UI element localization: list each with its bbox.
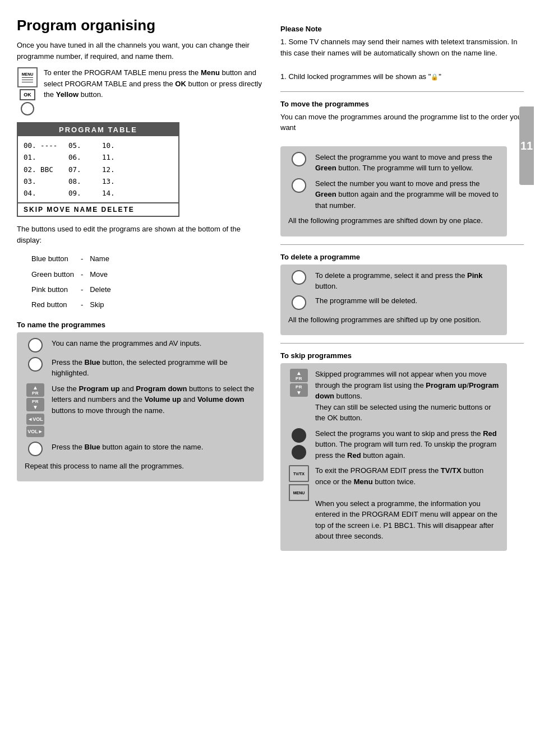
name-step3: Use the Program up and Program down butt…	[52, 383, 256, 416]
skip-section: ▲ PR PR ▼ Skipped programmes will not ap…	[280, 363, 507, 551]
name-section-title: To name the programmes	[17, 321, 264, 329]
pink-button-action: Delete	[86, 282, 114, 297]
vol-left-icon: ◄VOL	[26, 414, 44, 425]
pr-up-icon: ▲ PR	[26, 383, 44, 397]
divider1	[280, 91, 524, 92]
buttons-intro: The buttons used to edit the programs ar…	[17, 224, 264, 245]
page-tab: 11	[519, 106, 534, 185]
page-title: Program organising	[17, 17, 264, 34]
pr-up-skip-icon: ▲ PR	[290, 369, 308, 382]
please-note-2: 1. Child locked programmes will be shown…	[280, 71, 524, 82]
list-item: Red button - Skip	[28, 297, 114, 312]
red-button-action: Skip	[86, 297, 114, 312]
circle-icon-name2	[28, 357, 43, 372]
list-item: Green button - Move	[28, 267, 114, 282]
please-note-title: Please Note	[280, 25, 524, 33]
filled-circle-skip1	[292, 428, 306, 443]
circle-icon-name1	[28, 338, 43, 353]
pr-down-skip-icon: PR ▼	[290, 383, 308, 397]
circle-icon-move1	[292, 152, 306, 166]
list-item: Pink button - Delete	[28, 282, 114, 297]
enter-table-text: To enter the PROGRAM TABLE menu press th…	[44, 67, 264, 100]
skip-section-title: To skip programmes	[280, 351, 524, 360]
intro-text: Once you have tuned in all the channels …	[17, 40, 264, 62]
delete-section: To delete a programme, select it and pre…	[280, 265, 507, 336]
circle-icon-delete1	[292, 270, 306, 285]
green-button-label: Green button	[28, 267, 77, 282]
button-list: Blue button - Name Green button - Move P…	[28, 251, 264, 313]
divider2	[280, 244, 524, 245]
program-table-header: PROGRAM TABLE	[18, 123, 178, 136]
blue-button-label: Blue button	[28, 251, 77, 266]
list-item: Blue button - Name	[28, 251, 114, 266]
move-step1: Select the programme you want to move an…	[315, 152, 499, 174]
menu-icon: MENU	[17, 67, 38, 87]
tvtx-icon: TV/TX	[289, 465, 309, 482]
pr-down-icon: PR ▼	[26, 398, 44, 411]
move-section: Select the programme you want to move an…	[280, 146, 507, 236]
menu-icon-skip: MENU	[289, 484, 309, 501]
name-section: You can name the programmes and AV input…	[17, 332, 264, 482]
name-step1: You can name the programmes and AV input…	[52, 338, 256, 349]
circle-icon-name3	[28, 442, 43, 456]
circle-button-icon	[21, 102, 34, 115]
program-table: PROGRAM TABLE 00. ----05.10. 01.06.11. 0…	[17, 122, 179, 217]
circle-icon-move2	[292, 178, 306, 193]
skip-step1: Skipped programmes will not appear when …	[315, 369, 499, 424]
name-step5: Repeat this process to name all the prog…	[25, 461, 256, 472]
delete-section-title: To delete a programme	[280, 253, 524, 261]
skip-step3: Select the programs you want to skip and…	[315, 428, 499, 461]
program-table-body: 00. ----05.10. 01.06.11. 02. BBC07.12. 0…	[18, 136, 178, 202]
blue-button-action: Name	[86, 251, 114, 266]
move-section-title: To move the programmes	[280, 100, 524, 108]
move-step2: Select the number you want to move and p…	[315, 178, 499, 211]
name-step2: Press the Blue button, the selected prog…	[52, 357, 256, 379]
delete-step2: The programme will be deleted.	[315, 295, 499, 307]
move-note: All the following programmes are shifted…	[288, 215, 499, 226]
page-number: 11	[520, 140, 533, 152]
name-step4: Press the Blue button again to store the…	[52, 442, 256, 453]
divider3	[280, 343, 524, 344]
pink-button-label: Pink button	[28, 282, 77, 297]
ok-button-icon: OK	[20, 89, 35, 100]
please-note-section: Please Note 1. Some TV channels may send…	[280, 25, 524, 82]
green-button-action: Move	[86, 267, 114, 282]
please-note-1: 1. Some TV channels may send their names…	[280, 36, 524, 58]
vol-right-icon: VOL►	[26, 426, 44, 437]
delete-step1: To delete a programme, select it and pre…	[315, 270, 499, 292]
circle-icon-delete2	[292, 295, 306, 310]
red-button-label: Red button	[28, 297, 77, 312]
move-intro: You can move the programmes around the p…	[280, 112, 524, 133]
delete-note: All the following programmes are shifted…	[288, 314, 499, 326]
skip-step4: To exit the PROGRAM EDIT press the TV/TX…	[315, 465, 499, 542]
program-table-footer: SKIP MOVE NAME DELETE	[18, 202, 178, 216]
filled-circle-skip2	[292, 445, 306, 460]
